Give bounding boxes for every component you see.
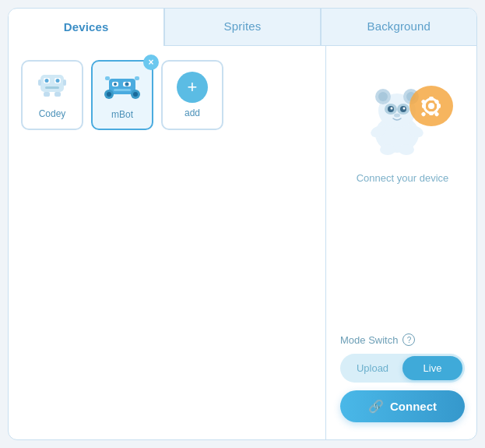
connect-button-label: Connect <box>390 400 437 413</box>
add-icon: + <box>177 72 208 103</box>
upload-toggle-button[interactable]: Upload <box>343 356 402 380</box>
svg-rect-43 <box>429 111 434 115</box>
tab-sprites[interactable]: Sprites <box>165 9 320 45</box>
toggle-row: Upload Live <box>340 354 465 383</box>
svg-rect-44 <box>422 104 426 108</box>
main-container: Devices Sprites Background <box>8 8 477 440</box>
content-row: Codey × <box>9 46 476 439</box>
svg-rect-9 <box>54 92 61 97</box>
svg-point-26 <box>378 92 388 101</box>
live-toggle-button[interactable]: Live <box>402 356 462 380</box>
svg-rect-42 <box>429 97 434 101</box>
svg-point-14 <box>125 82 129 86</box>
add-device-card[interactable]: + add <box>161 60 223 130</box>
panda-illustration <box>340 62 465 163</box>
mode-switch-text: Mode Switch <box>340 334 398 346</box>
svg-point-19 <box>133 92 138 97</box>
tabs-row: Devices Sprites Background <box>9 9 476 46</box>
svg-point-33 <box>403 108 406 110</box>
left-panel: Codey × <box>9 46 326 439</box>
link-icon: 🔗 <box>368 399 384 414</box>
svg-point-18 <box>107 92 111 97</box>
tab-background[interactable]: Background <box>322 9 476 45</box>
device-card-codey[interactable]: Codey <box>21 60 83 130</box>
svg-rect-45 <box>437 104 441 108</box>
connect-prompt-text: Connect your device <box>357 172 449 184</box>
right-panel: Connect your device Mode Switch ? Upload… <box>326 46 477 439</box>
svg-rect-8 <box>44 92 50 97</box>
svg-rect-21 <box>135 76 139 80</box>
codey-label: Codey <box>39 108 66 119</box>
connect-button[interactable]: 🔗 Connect <box>340 390 465 422</box>
svg-rect-7 <box>63 79 66 86</box>
device-card-mbot[interactable]: × <box>91 60 153 130</box>
codey-icon <box>34 72 70 104</box>
svg-rect-20 <box>105 76 110 80</box>
help-icon[interactable]: ? <box>402 333 415 346</box>
svg-point-32 <box>391 108 393 110</box>
mode-switch-label-row: Mode Switch ? <box>340 333 415 346</box>
svg-point-38 <box>399 144 414 155</box>
remove-mbot-button[interactable]: × <box>143 55 159 70</box>
connect-area: Connect your device <box>340 62 465 184</box>
svg-rect-0 <box>40 75 64 92</box>
svg-point-13 <box>114 83 117 86</box>
mbot-label: mBot <box>111 109 133 120</box>
svg-rect-5 <box>45 86 59 89</box>
svg-point-34 <box>394 114 400 118</box>
mode-switch-area: Mode Switch ? Upload Live 🔗 Connect <box>340 333 465 422</box>
svg-point-3 <box>45 79 49 83</box>
svg-point-37 <box>380 144 395 155</box>
svg-point-4 <box>56 79 60 83</box>
svg-rect-6 <box>38 79 41 86</box>
svg-point-41 <box>428 103 434 109</box>
tab-devices[interactable]: Devices <box>9 9 163 46</box>
mbot-icon <box>103 71 142 104</box>
add-label: add <box>185 108 200 118</box>
svg-rect-15 <box>114 89 131 91</box>
